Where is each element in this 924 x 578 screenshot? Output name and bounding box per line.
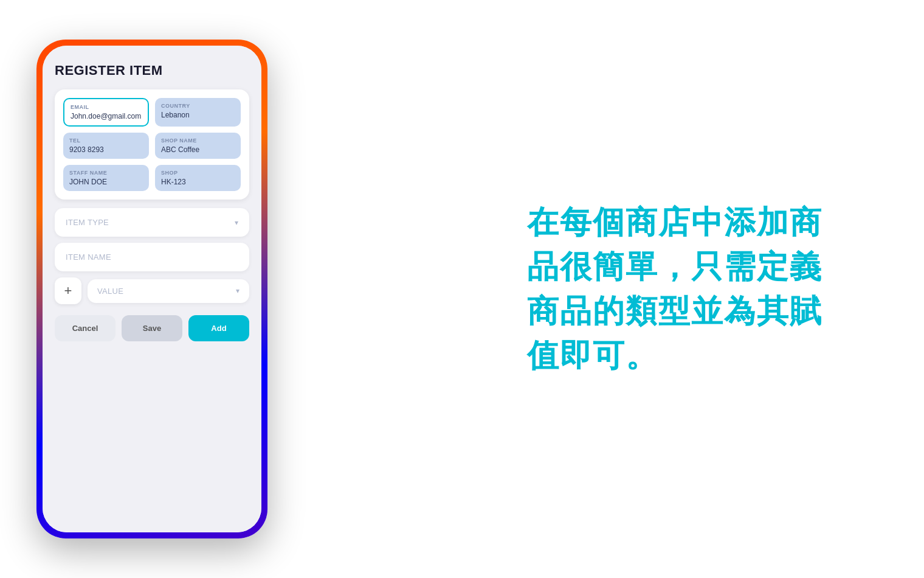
shop-label: SHOP [161, 170, 235, 176]
cta-line4: 值即可。 [527, 338, 658, 373]
value-label: VALUE [97, 287, 123, 296]
item-name-field[interactable]: ITEM NAME [55, 243, 249, 271]
cta-line1: 在每個商店中添加商 [527, 204, 822, 240]
page-wrapper: REGISTER ITEM EMAIL John.doe@gmail.com [0, 0, 924, 578]
staff-name-field: STAFF NAME JOHN DOE [63, 165, 149, 191]
value-row: + VALUE ▾ [55, 277, 249, 304]
value-arrow: ▾ [236, 287, 240, 295]
cta-line3: 商品的類型並為其賦 [527, 293, 822, 329]
shop-name-field: SHOP NAME ABC Coffee [155, 133, 241, 159]
cancel-button[interactable]: Cancel [55, 315, 116, 341]
text-section: 在每個商店中添加商 品很簡單，只需定義 商品的類型並為其賦 值即可。 [462, 176, 888, 402]
value-dropdown[interactable]: VALUE ▾ [88, 279, 249, 303]
item-type-arrow: ▾ [235, 218, 238, 227]
tel-field: TEL 9203 8293 [63, 133, 149, 159]
shop-field: SHOP HK-123 [155, 165, 241, 191]
country-label: COUNTRY [161, 103, 235, 109]
tel-value: 9203 8293 [69, 145, 143, 154]
phone-screen: REGISTER ITEM EMAIL John.doe@gmail.com [43, 46, 261, 532]
add-button[interactable]: Add [188, 315, 249, 341]
shop-value: HK-123 [161, 178, 235, 186]
phone-container: REGISTER ITEM EMAIL John.doe@gmail.com [36, 40, 267, 538]
email-value: John.doe@gmail.com [71, 112, 142, 120]
info-grid: EMAIL John.doe@gmail.com COUNTRY Lebanon… [63, 98, 241, 191]
staff-name-label: STAFF NAME [69, 170, 143, 176]
phone-inner: REGISTER ITEM EMAIL John.doe@gmail.com [43, 46, 261, 532]
phone-frame: REGISTER ITEM EMAIL John.doe@gmail.com [36, 40, 267, 538]
email-label: EMAIL [71, 104, 142, 110]
item-type-label: ITEM TYPE [66, 218, 109, 227]
item-name-label: ITEM NAME [66, 252, 111, 262]
plus-button[interactable]: + [55, 277, 81, 304]
shop-name-value: ABC Coffee [161, 145, 235, 154]
shop-name-label: SHOP NAME [161, 138, 235, 144]
email-field[interactable]: EMAIL John.doe@gmail.com [63, 98, 149, 127]
country-field: COUNTRY Lebanon [155, 98, 241, 127]
item-type-dropdown[interactable]: ITEM TYPE ▾ [55, 208, 249, 237]
save-button[interactable]: Save [122, 315, 182, 341]
cta-text: 在每個商店中添加商 品很簡單，只需定義 商品的類型並為其賦 值即可。 [527, 200, 822, 377]
info-card: EMAIL John.doe@gmail.com COUNTRY Lebanon… [55, 89, 249, 200]
tel-label: TEL [69, 138, 143, 144]
cta-line2: 品很簡單，只需定義 [527, 249, 822, 284]
staff-name-value: JOHN DOE [69, 178, 143, 186]
country-value: Lebanon [161, 111, 235, 119]
screen-title: REGISTER ITEM [55, 63, 249, 78]
action-buttons: Cancel Save Add [55, 315, 249, 341]
